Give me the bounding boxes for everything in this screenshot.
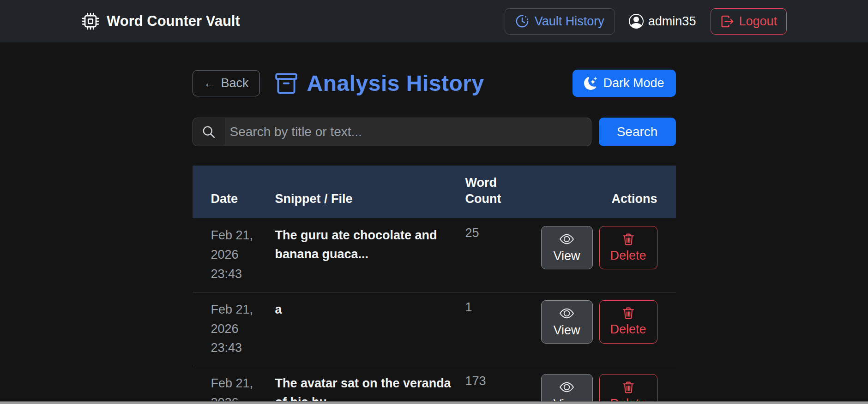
history-table: Date Snippet / File Word Count Actions F… [193, 166, 676, 404]
column-header-actions: Actions [534, 166, 676, 218]
delete-label: Delete [610, 249, 646, 263]
page-title: Analysis History [307, 71, 484, 96]
delete-button[interactable]: Delete [599, 374, 657, 404]
brand-title: Word Counter Vault [107, 13, 240, 30]
trash-icon [622, 381, 635, 394]
logout-label: Logout [739, 14, 777, 29]
view-button[interactable]: View [541, 300, 593, 344]
table-row: Feb 21, 2026 23:43 The guru ate chocolat… [193, 218, 676, 292]
delete-button[interactable]: Delete [599, 300, 657, 344]
moon-stars-icon [584, 77, 597, 90]
vault-history-label: Vault History [535, 14, 604, 29]
cpu-icon [81, 12, 100, 30]
back-label: Back [221, 76, 249, 90]
main-content: ← Back Analysis History Dark Mode [193, 70, 676, 404]
clock-history-icon [515, 14, 529, 28]
search-addon [193, 118, 225, 146]
column-header-snippet: Snippet / File [269, 166, 459, 218]
row-actions: View Delete [534, 218, 676, 292]
row-date: Feb 21, 2026 23:43 [193, 366, 269, 404]
row-snippet: The avatar sat on the veranda of his bu.… [269, 366, 459, 404]
view-button[interactable]: View [541, 226, 593, 269]
eye-icon [560, 380, 574, 394]
dark-mode-button[interactable]: Dark Mode [573, 70, 675, 97]
column-header-date: Date [193, 166, 269, 218]
table-row: Feb 21, 2026 23:43 The avatar sat on the… [193, 366, 676, 404]
app-brand: Word Counter Vault [81, 12, 240, 30]
navbar: Word Counter Vault Vault History admin35 [0, 0, 868, 42]
search-input[interactable] [225, 118, 591, 146]
logout-button[interactable]: Logout [711, 8, 787, 35]
delete-label: Delete [610, 322, 646, 337]
row-actions: View Delete [534, 292, 676, 366]
title-group: Analysis History [274, 71, 484, 96]
column-header-word-count: Word Count [459, 166, 534, 218]
archive-icon [274, 71, 298, 95]
logout-icon [720, 15, 734, 28]
view-label: View [553, 323, 580, 338]
row-word-count: 25 [459, 218, 534, 292]
page-header: ← Back Analysis History Dark Mode [193, 70, 676, 97]
trash-icon [622, 307, 635, 320]
search-input-group [193, 118, 591, 146]
eye-icon [560, 232, 574, 246]
search-row: Search [193, 118, 676, 146]
table-body: Feb 21, 2026 23:43 The guru ate chocolat… [193, 218, 676, 404]
eye-icon [560, 306, 574, 321]
row-snippet: The guru ate chocolate and banana guaca.… [269, 218, 459, 292]
dark-mode-label: Dark Mode [603, 76, 664, 90]
table-header: Date Snippet / File Word Count Actions [193, 166, 676, 218]
back-arrow-icon: ← [204, 76, 216, 90]
row-date: Feb 21, 2026 23:43 [193, 218, 269, 292]
action-buttons: View Delete [541, 374, 657, 404]
row-date: Feb 21, 2026 23:43 [193, 292, 269, 366]
row-word-count: 1 [459, 292, 534, 366]
trash-icon [622, 233, 635, 246]
view-button[interactable]: View [541, 374, 593, 404]
username-label: admin35 [648, 14, 696, 29]
row-snippet: a [269, 292, 459, 366]
search-button[interactable]: Search [599, 118, 676, 146]
row-word-count: 173 [459, 366, 534, 404]
action-buttons: View Delete [541, 226, 657, 269]
row-actions: View Delete [534, 366, 676, 404]
vault-history-button[interactable]: Vault History [505, 8, 615, 35]
person-circle-icon [629, 14, 644, 29]
user-menu[interactable]: admin35 [629, 14, 696, 29]
action-buttons: View Delete [541, 300, 657, 344]
bottom-scrollbar-strip[interactable] [0, 401, 868, 404]
table-row: Feb 21, 2026 23:43 a 1 View [193, 292, 676, 366]
delete-button[interactable]: Delete [599, 226, 657, 269]
back-button[interactable]: ← Back [193, 70, 260, 96]
view-label: View [553, 249, 580, 263]
search-icon [202, 125, 216, 139]
